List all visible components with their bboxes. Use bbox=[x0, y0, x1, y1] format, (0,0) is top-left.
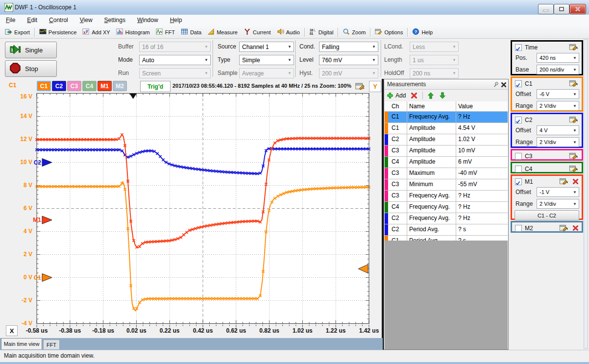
checkbox-c4[interactable] bbox=[515, 166, 522, 172]
menu-settings[interactable]: Settings bbox=[98, 15, 131, 26]
combo-level[interactable]: 760 mV▼ bbox=[319, 55, 378, 65]
combo-value: 4 V bbox=[537, 127, 571, 133]
channel-button-c2[interactable]: C2 bbox=[52, 81, 66, 91]
title-bar[interactable]: DWF 1 - Oscilloscope 1 bbox=[0, 0, 589, 15]
data-icon bbox=[181, 28, 188, 36]
toolbar-addxy-button[interactable]: xyAdd XY bbox=[79, 27, 113, 37]
delete-measurement-button[interactable] bbox=[411, 92, 417, 99]
restore-button[interactable] bbox=[554, 4, 569, 14]
measurements-title-bar: Measurements bbox=[384, 79, 508, 90]
combo-source[interactable]: Channel 1▼ bbox=[239, 42, 294, 52]
menu-file[interactable]: File bbox=[0, 15, 21, 26]
toolbar-help-button[interactable]: ?Help bbox=[409, 27, 436, 37]
measurement-row[interactable]: C3Maximum-40 mV bbox=[385, 168, 508, 179]
measurement-row[interactable]: C3Minimum-55 mV bbox=[385, 179, 508, 191]
measurement-row[interactable]: C2Period Avg.? s bbox=[385, 224, 508, 236]
menu-help[interactable]: Help bbox=[164, 15, 188, 26]
measurement-row[interactable]: C4Amplitude6 mV bbox=[385, 157, 508, 168]
toolbar-label: Export bbox=[14, 29, 30, 35]
combo-cond[interactable]: Falling▼ bbox=[319, 42, 378, 52]
tab-fft[interactable]: FFT bbox=[43, 340, 60, 349]
gear-icon[interactable] bbox=[569, 116, 579, 123]
remove-channel-icon[interactable] bbox=[572, 224, 579, 231]
gear-icon[interactable] bbox=[559, 224, 569, 232]
menu-view[interactable]: View bbox=[74, 15, 98, 26]
chevron-down-icon: ▼ bbox=[571, 68, 579, 72]
channel-panel-c4: C4 bbox=[511, 162, 583, 173]
math-function-button[interactable]: C1 - C2 bbox=[515, 210, 579, 220]
gear-icon[interactable] bbox=[569, 165, 579, 172]
tab-main-time-view[interactable]: Main time view bbox=[1, 338, 42, 349]
channel-color-swatch bbox=[385, 213, 388, 224]
toolbar-data-button[interactable]: Data bbox=[178, 27, 204, 37]
combo-c2-offset[interactable]: 4 V▼ bbox=[537, 125, 579, 135]
gear-icon[interactable] bbox=[569, 80, 579, 87]
gear-icon[interactable] bbox=[569, 152, 579, 160]
gear-icon[interactable] bbox=[569, 44, 579, 51]
measurement-row[interactable]: C2Frequency Avg.? Hz bbox=[385, 213, 508, 224]
combo-time-pos[interactable]: 420 ns▼ bbox=[537, 53, 579, 63]
toolbar-separator bbox=[407, 28, 408, 37]
combo-c1-range[interactable]: 2 V/div▼ bbox=[537, 101, 579, 111]
toolbar-current-button[interactable]: Current bbox=[241, 27, 274, 37]
waveform-chart[interactable]: C2M1C116 V14 V12 V10 V8 V6 V4 V2 V0 V-2 … bbox=[1, 93, 382, 338]
gear-icon[interactable] bbox=[559, 178, 569, 185]
toolbar-histogram-button[interactable]: Histogram bbox=[113, 27, 153, 37]
pin-icon[interactable] bbox=[493, 81, 499, 90]
channel-button-c3[interactable]: C3 bbox=[67, 81, 81, 91]
move-down-button[interactable] bbox=[439, 92, 446, 99]
panel-close-icon[interactable] bbox=[501, 81, 507, 90]
checkbox-m2[interactable] bbox=[515, 225, 522, 232]
combo-mode[interactable]: Auto▼ bbox=[139, 55, 211, 65]
channel-settings-sidebar: TimePos.420 ns▼Base200 ns/div▼C1Offset-6… bbox=[511, 39, 583, 350]
panel-header: M2 bbox=[513, 223, 581, 233]
remove-channel-icon[interactable] bbox=[572, 178, 579, 185]
toolbar-export-button[interactable]: Export bbox=[2, 27, 33, 37]
measurement-row[interactable]: C3Amplitude10 mV bbox=[385, 146, 508, 157]
combo-c2-range[interactable]: 2 V/div▼ bbox=[537, 137, 579, 147]
checkbox-time[interactable] bbox=[515, 44, 522, 51]
menu-window[interactable]: Window bbox=[131, 15, 164, 26]
single-button[interactable]: 1 Single bbox=[5, 42, 57, 58]
channel-button-c1[interactable]: C1 bbox=[37, 81, 51, 91]
channel-button-m1[interactable]: M1 bbox=[98, 81, 112, 91]
toolbar-fft-button[interactable]: FFT bbox=[153, 27, 178, 37]
checkbox-m1[interactable] bbox=[515, 178, 522, 185]
add-measurement-button[interactable]: Add bbox=[387, 92, 406, 99]
y-axis-button[interactable]: Y bbox=[369, 81, 381, 92]
toolbar-digital-button[interactable]: 1001Digital bbox=[306, 27, 337, 37]
checkbox-c2[interactable] bbox=[515, 117, 522, 123]
measurements-table-filler bbox=[385, 241, 508, 349]
minimize-button[interactable] bbox=[538, 4, 554, 14]
toolbar-persistence-button[interactable]: Persistence bbox=[36, 27, 79, 37]
combo-holdoff: 200 ns▼ bbox=[410, 68, 459, 78]
x-axis-button[interactable]: X bbox=[6, 325, 18, 336]
toolbar-audio-button[interactable]: Audio bbox=[274, 27, 303, 37]
channel-button-m2[interactable]: M2 bbox=[113, 81, 127, 91]
channel-button-c4[interactable]: C4 bbox=[82, 81, 97, 91]
panel-label: M1 bbox=[525, 178, 533, 185]
toolbar-zoom-button[interactable]: Zoom bbox=[340, 27, 368, 37]
move-up-button[interactable] bbox=[427, 92, 434, 99]
combo-c1-offset[interactable]: -6 V▼ bbox=[537, 89, 579, 99]
checkbox-c3[interactable] bbox=[515, 153, 522, 160]
plot-options-icon[interactable] bbox=[355, 82, 367, 90]
toolbar-measure-button[interactable]: Measure bbox=[204, 27, 241, 37]
measurement-row[interactable]: C3Frequency Avg.? Hz bbox=[385, 191, 508, 202]
measurement-row[interactable]: C2Amplitude1.02 V bbox=[385, 134, 508, 146]
sidebar-scrollbar[interactable] bbox=[584, 39, 588, 349]
measurement-row[interactable]: C1Frequency Avg.? Hz bbox=[385, 112, 508, 123]
measurement-row[interactable]: C4Frequency Avg.? Hz bbox=[385, 202, 508, 213]
stop-button[interactable]: Stop bbox=[5, 60, 57, 77]
menu-control[interactable]: Control bbox=[43, 15, 74, 26]
combo-value: 760 mV bbox=[319, 57, 370, 64]
combo-m1-offset[interactable]: -1 V▼ bbox=[537, 187, 579, 197]
checkbox-c1[interactable] bbox=[515, 80, 522, 87]
measurement-row[interactable]: C1Amplitude4.54 V bbox=[385, 123, 508, 134]
close-button[interactable] bbox=[569, 4, 586, 14]
combo-time-base[interactable]: 200 ns/div▼ bbox=[537, 65, 579, 74]
menu-edit[interactable]: Edit bbox=[21, 15, 43, 26]
combo-type[interactable]: Simple▼ bbox=[239, 55, 294, 65]
combo-m1-range[interactable]: 2 V/div▼ bbox=[537, 199, 579, 209]
toolbar-options-button[interactable]: Options bbox=[372, 27, 406, 37]
